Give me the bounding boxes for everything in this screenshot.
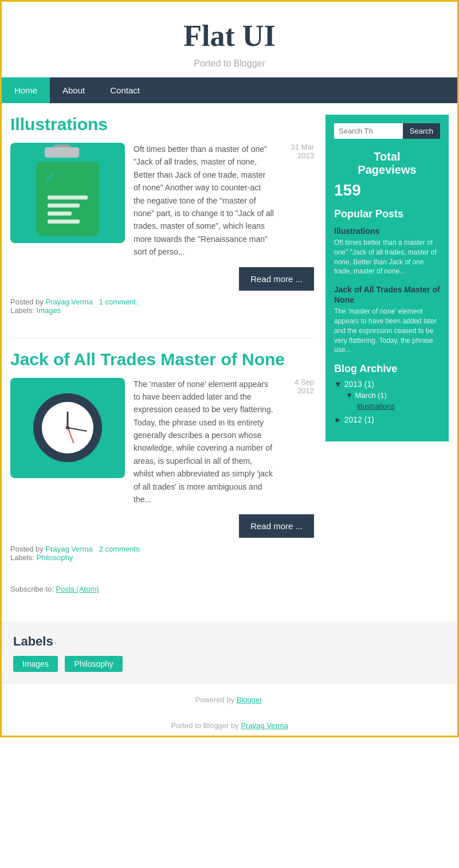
search-input[interactable] [334, 123, 403, 139]
comments-link-illustrations[interactable]: 1 comment: [99, 298, 138, 306]
popular-post-excerpt-illustrations: Oft times better than a master of one" "… [334, 238, 440, 276]
footer-bottom: Powered by Blogger. [2, 683, 457, 715]
archive-arrow-down-2013: ▼ [334, 380, 342, 389]
archive-month-label-march: March (1) [355, 391, 387, 400]
label-link-images[interactable]: Images [37, 306, 61, 315]
site-title: Flat UI [13, 19, 446, 53]
post-image-illustrations: ✓ [10, 143, 125, 243]
clock-inner [42, 402, 93, 453]
post-text-date-col: Oft times better than a master of one" "… [134, 143, 314, 259]
clipboard-top [45, 147, 79, 158]
label-link-philosophy[interactable]: Philosophy [37, 553, 73, 562]
clock-icon [30, 390, 105, 465]
post-date-illustrations: 31 Mar2013 [280, 143, 314, 259]
label-tag-images[interactable]: Images [13, 656, 58, 672]
blog-archive-section: Blog Archive ▼ 2013 (1) ▼ March (1) Illu… [334, 363, 440, 424]
post-image-jack [10, 378, 125, 478]
author-link-illustrations[interactable]: Prayag Verma [45, 298, 92, 306]
comments-link-jack[interactable]: 2 comments: [99, 545, 142, 553]
post-title-jack[interactable]: Jack of All Trades Master of None [10, 350, 314, 369]
nav-item-home[interactable]: Home [2, 77, 50, 103]
archive-arrow-right-2012: ► [334, 415, 342, 424]
popular-posts-heading: Popular Posts [334, 208, 440, 220]
post-excerpt-jack: The 'master of none' element appears to … [134, 378, 274, 506]
sidebar: Search TotalPageviews 159 Popular Posts … [325, 115, 449, 441]
subscribe-section: Subscribe to: Posts (Atom) [10, 585, 314, 593]
nav-item-contact[interactable]: Contact [97, 77, 152, 103]
read-more-wrap-illustrations: Read more ... [10, 267, 314, 291]
author-link-jack[interactable]: Prayag Verma [45, 545, 92, 553]
pageviews-label: TotalPageviews [334, 150, 440, 177]
blogger-link[interactable]: Blogger [237, 695, 262, 704]
popular-post-excerpt-jack: The 'master of none' element appears to … [334, 307, 440, 355]
clock-minute-hand [68, 427, 87, 432]
archive-month-march[interactable]: ▼ March (1) [346, 391, 440, 400]
post-body-jack: The 'master of none' element appears to … [10, 378, 314, 506]
labels-heading: Labels [13, 634, 446, 649]
clipboard-board: ✓ [36, 162, 99, 236]
popular-post-link-illustrations[interactable]: Illustrations [334, 226, 379, 236]
archive-entry-illustrations[interactable]: Illustrations [357, 402, 440, 410]
search-button[interactable]: Search [403, 123, 440, 139]
post-jack-of-all-trades: Jack of All Trades Master of None [10, 350, 314, 562]
archive-arrow-down-march: ▼ [346, 391, 353, 400]
attributed-text: Ported to Blogger by [171, 721, 239, 730]
site-header: Flat UI Ported to Blogger Home About Con… [2, 2, 457, 103]
footer-attribution: Ported to Blogger by Prayag Verma [2, 715, 457, 736]
post-divider [10, 338, 314, 338]
clock-outer [33, 393, 102, 462]
author-attribution-link[interactable]: Prayag Verma [241, 721, 288, 730]
main-content: Illustrations ✓ [10, 115, 325, 611]
clock-center-dot [66, 426, 69, 429]
main-nav: Home About Contact [2, 77, 457, 103]
post-meta-jack: Posted by Prayag Verma 2 comments: Label… [10, 545, 314, 562]
popular-post-jack: Jack of All Trades Master of None The 'm… [334, 284, 440, 355]
site-subtitle: Ported to Blogger [13, 58, 446, 69]
label-tag-philosophy[interactable]: Philosophy [65, 656, 123, 672]
popular-post-link-jack[interactable]: Jack of All Trades Master of None [334, 285, 440, 304]
archive-year-label-2012: 2012 (1) [344, 415, 374, 424]
post-date-jack: 4 Sep2012 [280, 378, 314, 506]
archive-heading: Blog Archive [334, 363, 440, 375]
clipboard-icon: ✓ [30, 150, 105, 236]
nav-item-about[interactable]: About [50, 77, 97, 103]
post-meta-illustrations: Posted by Prayag Verma 1 comment: Labels… [10, 298, 314, 315]
check-mark: ✓ [45, 170, 55, 185]
subscribe-link[interactable]: Posts (Atom) [56, 585, 99, 593]
popular-post-illustrations: Illustrations Oft times better than a ma… [334, 226, 440, 276]
read-more-button-jack[interactable]: Read more ... [239, 514, 314, 538]
footer-labels-section: Labels Images Philosophy [2, 622, 457, 683]
pageviews-count: 159 [334, 181, 440, 200]
post-excerpt-illustrations: Oft times better than a master of one" "… [134, 143, 274, 259]
sidebar-search: Search [334, 123, 440, 139]
powered-by-text: Powered by [195, 695, 235, 704]
main-container: Illustrations ✓ [2, 103, 457, 622]
post-title-illustrations[interactable]: Illustrations [10, 115, 314, 134]
read-more-wrap-jack: Read more ... [10, 514, 314, 538]
post-illustrations: Illustrations ✓ [10, 115, 314, 315]
archive-year-2013[interactable]: ▼ 2013 (1) [334, 380, 440, 389]
post-body-illustrations: ✓ Oft times better than a master of [10, 143, 314, 259]
clipboard-lines [48, 196, 88, 228]
archive-year-2012[interactable]: ► 2012 (1) [334, 415, 440, 424]
post-text-date-col-jack: The 'master of none' element appears to … [134, 378, 314, 506]
archive-year-label-2013: 2013 (1) [344, 380, 374, 389]
read-more-button-illustrations[interactable]: Read more ... [239, 267, 314, 291]
